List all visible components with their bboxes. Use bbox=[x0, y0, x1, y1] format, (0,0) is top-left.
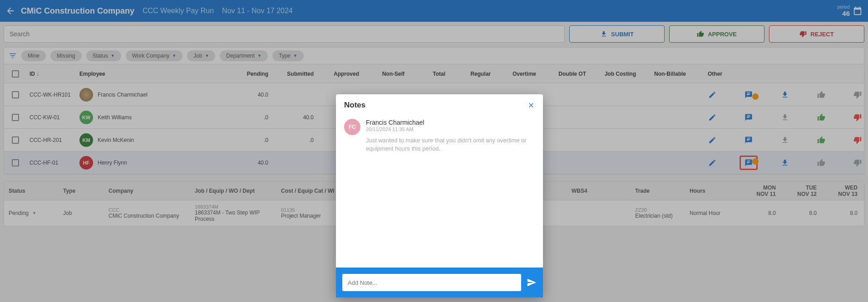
send-icon bbox=[527, 278, 537, 287]
close-button[interactable] bbox=[528, 102, 535, 109]
avatar: FC bbox=[344, 119, 360, 135]
send-button[interactable] bbox=[527, 278, 537, 287]
note-text: Just wanted to make sure that you didn't… bbox=[366, 136, 535, 153]
note-entry: FC Francis Charmichael 20/11/2024 11:35 … bbox=[344, 119, 535, 153]
close-icon bbox=[528, 102, 535, 109]
add-note-input[interactable] bbox=[342, 274, 521, 291]
note-author: Francis Charmichael bbox=[366, 119, 535, 126]
note-timestamp: 20/11/2024 11:35 AM bbox=[366, 127, 535, 132]
notes-modal: Notes FC Francis Charmichael 20/11/2024 … bbox=[336, 94, 543, 297]
modal-title: Notes bbox=[344, 101, 365, 110]
